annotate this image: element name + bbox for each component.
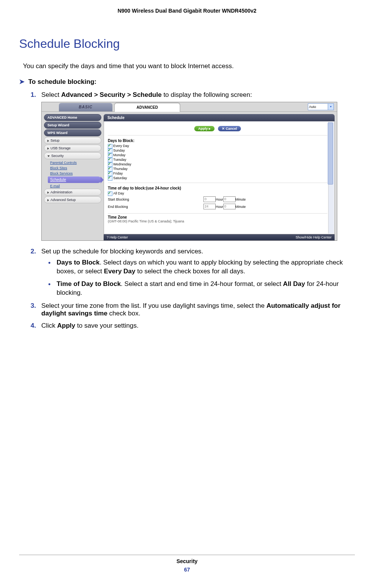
footer-page-number: 67 [19,567,355,573]
step-bold: Apply [57,322,75,329]
sidebar-email[interactable]: E-mail [50,183,101,189]
procedure-heading: ➤To schedule blocking: [19,78,355,86]
start-blocking-row: Start Blocking 0 Hour 0 Minute [108,196,327,203]
caret-icon [47,140,49,142]
sidebar-advanced-home[interactable]: ADVANCED Home [44,114,101,121]
sidebar-block-services[interactable]: Block Services [50,171,101,176]
step-text: Click [41,322,57,329]
chk-sunday[interactable]: Sunday [108,148,327,153]
apply-button[interactable]: Apply ▸ [194,126,215,131]
footer-category: Security [19,558,355,564]
sidebar-setup[interactable]: Setup [44,137,101,144]
step-number: 3. [31,302,36,310]
step-text: Select your time zone from the list. If … [41,302,267,309]
step-number: 4. [31,322,36,330]
step-text: Set up the schedule for blocking keyword… [41,248,203,255]
tab-advanced[interactable]: ADVANCED [114,103,180,112]
help-icon: ? [107,235,109,239]
step-bold: Advanced > Security > Schedule [61,91,162,98]
scrollbar-thumb[interactable] [328,122,333,185]
days-to-block-label: Days to Block: [108,139,327,143]
chk-monday[interactable]: Monday [108,153,327,157]
step-text: to display the following screen: [162,91,252,98]
end-hour-input[interactable]: 24 [203,204,216,209]
chk-all-day[interactable]: All Day [108,191,327,196]
bullet-text: . Select a start and end time in 24-hour… [121,280,283,287]
bullet-bold: Time of Day to Block [57,280,121,287]
help-center-link[interactable]: ? Help Center [107,235,128,239]
bullet-bold: All Day [283,280,305,287]
bullet-bold: Days to Block [57,259,99,266]
end-minute-input[interactable]: 0 [223,204,236,209]
step-number: 2. [31,248,36,255]
bullet-time: Time of Day to Block. Select a start and… [48,280,355,297]
panel-body: Apply ▸ ✕ Cancel Days to Block: Every Da… [104,121,335,234]
end-label: End Blocking [108,205,203,209]
hour-label: Hour [216,198,223,201]
chk-tuesday[interactable]: Tuesday [108,157,327,162]
chk-thursday[interactable]: Thursday [108,167,327,171]
sidebar-usb-storage[interactable]: USB Storage [44,145,101,152]
sidebar-administration[interactable]: Administration [44,189,101,196]
bullet-bold: Every Day [104,268,135,275]
minute-label: Minute [236,198,246,201]
arrow-icon: ➤ [19,78,24,85]
chk-friday[interactable]: Friday [108,171,327,176]
minute-label: Minute [236,205,246,209]
caret-icon [47,199,49,201]
sidebar-security[interactable]: Security [44,152,101,159]
step-number: 1. [31,91,36,99]
button-row: Apply ▸ ✕ Cancel [108,123,327,136]
sidebar-submenu: Parental Controls Block Sites Block Serv… [44,160,101,189]
procedure-title: To schedule blocking: [28,78,96,85]
step-text: to save your settings. [75,322,138,329]
tab-bar: BASIC ADVANCED Auto ▾ [42,102,337,112]
scrollbar-track[interactable] [328,122,334,234]
caret-down-icon [47,155,50,157]
intro-text: You can specify the days and time that y… [23,62,351,70]
timezone-value: (GMT-08:00) Pacific Time (US & Canada); … [108,219,327,223]
panel-title: Schedule [104,114,335,121]
checkbox-icon [108,176,112,181]
timezone-label: Time Zone [108,213,327,219]
tab-basic[interactable]: BASIC [59,103,112,111]
bullet-text: to select the check boxes for all days. [135,268,245,275]
checkbox-icon [108,191,112,196]
main-panel: Schedule Apply ▸ ✕ Cancel Days to Block: [104,114,335,240]
section-heading: Schedule Blocking [19,37,355,51]
help-toggle-link[interactable]: Show/Hide Help Center [296,235,332,239]
start-hour-input[interactable]: 0 [203,196,216,202]
sidebar-block-sites[interactable]: Block Sites [50,165,101,171]
chk-every-day[interactable]: Every Day [108,144,327,148]
step-text: Select [41,91,61,98]
sidebar-wps-wizard[interactable]: WPS Wizard [44,129,101,136]
sidebar: ADVANCED Home Setup Wizard WPS Wizard Se… [44,114,101,240]
start-label: Start Blocking [108,198,203,201]
hour-label: Hour [216,205,223,209]
step-text: check box. [107,310,140,317]
page-footer: Security 67 [19,555,355,573]
router-screenshot: BASIC ADVANCED Auto ▾ ADVANCED Home Setu… [41,102,337,241]
chk-saturday[interactable]: Saturday [108,176,327,180]
chk-wednesday[interactable]: Wednesday [108,162,327,167]
caret-icon [47,191,49,194]
language-value: Auto [309,105,316,109]
caret-icon [47,147,49,150]
help-footer: ? Help Center Show/Hide Help Center [104,234,335,240]
doc-header: N900 Wireless Dual Band Gigabit Router W… [19,8,355,14]
sidebar-parental-controls[interactable]: Parental Controls [50,160,101,165]
chevron-down-icon: ▾ [328,104,333,110]
step-1: 1. Select Advanced > Security > Schedule… [31,91,355,241]
cancel-button[interactable]: ✕ Cancel [218,126,241,131]
step-4: 4. Click Apply to save your settings. [31,322,355,330]
time-of-day-label: Time of day to block:(use 24-hour clock) [108,186,327,190]
sidebar-schedule-active[interactable]: Schedule [48,176,101,183]
bullet-days: Days to Block. Select days on which you … [48,258,355,276]
sidebar-setup-wizard[interactable]: Setup Wizard [44,122,101,129]
end-blocking-row: End Blocking 24 Hour 0 Minute [108,203,327,210]
step-2: 2. Set up the schedule for blocking keyw… [31,248,355,297]
start-minute-input[interactable]: 0 [223,196,236,202]
step-3: 3. Select your time zone from the list. … [31,302,355,317]
sidebar-advanced-setup[interactable]: Advanced Setup [44,196,101,203]
language-select[interactable]: Auto ▾ [308,103,334,110]
